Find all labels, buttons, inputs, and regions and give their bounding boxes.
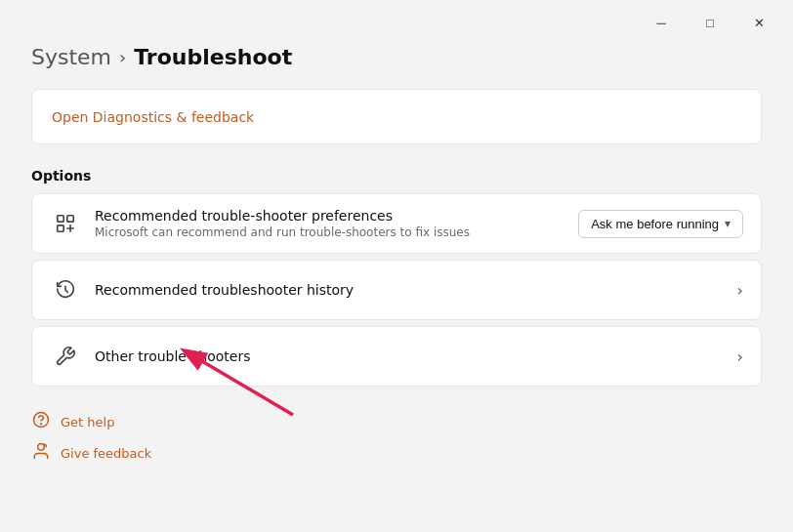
get-help-icon <box>31 410 51 433</box>
option-other-troubleshooters[interactable]: Other trouble-shooters › <box>31 326 762 387</box>
give-feedback-icon <box>31 441 51 465</box>
history-chevron: › <box>737 281 743 300</box>
preferences-title: Recommended trouble-shooter preferences <box>95 208 578 224</box>
svg-rect-1 <box>67 216 73 222</box>
svg-rect-2 <box>58 225 63 231</box>
svg-rect-0 <box>58 216 63 222</box>
preferences-dropdown[interactable]: Ask me before running ▾ <box>578 210 743 238</box>
maximize-button[interactable]: □ <box>688 8 732 37</box>
title-bar: ─ □ ✕ <box>0 0 793 45</box>
get-help-link[interactable]: Get help <box>31 410 762 433</box>
breadcrumb-current: Troubleshoot <box>134 45 292 69</box>
give-feedback-label: Give feedback <box>61 446 151 461</box>
preferences-text: Recommended trouble-shooter preferences … <box>95 208 578 239</box>
option-troubleshooter-history[interactable]: Recommended troubleshooter history › <box>31 260 762 320</box>
svg-point-4 <box>41 424 42 425</box>
other-troubleshooters-right: › <box>737 348 743 366</box>
troubleshooters-icon <box>50 341 81 372</box>
dropdown-chevron: ▾ <box>725 217 730 230</box>
other-troubleshooters-chevron: › <box>737 348 743 366</box>
diagnostics-box: Open Diagnostics & feedback <box>31 89 762 144</box>
diagnostics-link[interactable]: Open Diagnostics & feedback <box>52 109 254 125</box>
preferences-subtitle: Microsoft can recommend and run trouble-… <box>95 225 578 239</box>
minimize-button[interactable]: ─ <box>639 8 684 37</box>
options-label: Options <box>31 168 762 184</box>
close-button[interactable]: ✕ <box>736 8 781 37</box>
history-icon <box>50 274 81 306</box>
svg-point-5 <box>38 444 45 451</box>
preferences-icon <box>50 208 81 239</box>
main-content: System › Troubleshoot Open Diagnostics &… <box>0 45 793 484</box>
breadcrumb-system[interactable]: System <box>31 45 111 69</box>
history-right: › <box>737 281 743 300</box>
breadcrumb: System › Troubleshoot <box>31 45 762 69</box>
other-troubleshooters-title: Other trouble-shooters <box>95 348 737 364</box>
other-troubleshooters-text: Other trouble-shooters <box>95 348 737 364</box>
get-help-label: Get help <box>61 415 114 430</box>
history-text: Recommended troubleshooter history <box>95 282 737 298</box>
dropdown-value: Ask me before running <box>591 217 719 231</box>
breadcrumb-separator: › <box>119 47 126 67</box>
give-feedback-link[interactable]: Give feedback <box>31 441 762 465</box>
footer-links: Get help Give feedback <box>31 410 762 465</box>
option-recommended-preferences[interactable]: Recommended trouble-shooter preferences … <box>31 193 762 254</box>
history-title: Recommended troubleshooter history <box>95 282 737 298</box>
preferences-right: Ask me before running ▾ <box>578 210 743 238</box>
